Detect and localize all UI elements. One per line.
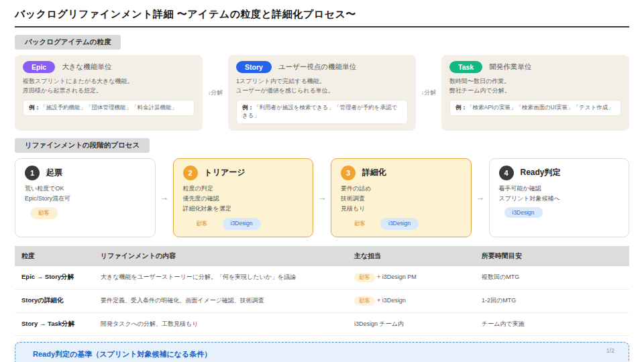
cell-granularity: Storyの詳細化 <box>15 290 94 312</box>
step-badges: 顧客 <box>30 207 146 219</box>
card-header: Task 開発作業単位 <box>449 61 621 73</box>
refinement-table: 粒度 リファインメントの内容 主な担当 所要時間目安 Epic → Story分… <box>15 246 629 336</box>
step-number-circle: 1 <box>25 166 40 180</box>
ready-criteria-box: Ready判定の基準（スプリント対象候補になる条件） ☑受入条件が明確 ☑見積も… <box>15 342 629 362</box>
granularity-card-epic: Epic 大きな機能単位 複数スプリントにまたがる大きな機能。 原田様から起票さ… <box>15 55 203 131</box>
desc-line: 複数スプリントにまたがる大きな機能。 <box>23 77 195 86</box>
example-text: 「施設予約機能」「団体管理機能」「料金計算機能」 <box>40 104 177 111</box>
desc-line: ユーザーが価値を感じられる単位。 <box>236 86 408 96</box>
cell-content: 大きな機能をユーザーストーリーに分解。「何を実現したいか」を議論 <box>94 266 347 288</box>
step-badges: i3Design <box>504 207 620 218</box>
card-header: Story ユーザー視点の機能単位 <box>236 61 408 73</box>
step-header: 2 トリアージ <box>183 166 304 180</box>
card-title: 開発作業単位 <box>489 62 531 72</box>
desc-line: 原田様から起票される想定。 <box>23 86 195 96</box>
step-details: 要件の詰め 技術調査 見積もり <box>341 184 462 215</box>
ready-criteria-title: Ready判定の基準（スプリント対象候補になる条件） <box>33 349 611 359</box>
process-step-1: 1 起票 荒い粒度でOK Epic/Story混在可 顧客 <box>15 158 156 237</box>
step-line: 荒い粒度でOK <box>25 184 146 194</box>
table-row: Storyの詳細化 要件定義、受入条件の明確化、画面イメージ確認、技術調査 顧客… <box>15 290 629 313</box>
card-header: Epic 大きな機能単位 <box>23 61 195 73</box>
example-box: 例：「施設予約機能」「団体管理機能」「料金計算機能」 <box>23 100 195 116</box>
step-line: 技術調査 <box>341 194 462 204</box>
step-badges: 顧客 i3Design <box>346 218 462 230</box>
step-line: 詳細化対象を選定 <box>183 204 304 214</box>
step-details: 粒度の判定 優先度の確認 詳細化対象を選定 <box>183 184 304 215</box>
epic-badge: Epic <box>23 61 55 73</box>
process-step-3: 3 詳細化 要件の詰め 技術調査 見積もり 顧客 i3Design <box>331 158 472 237</box>
cell-content: 要件定義、受入条件の明確化、画面イメージ確認、技術調査 <box>94 290 347 312</box>
page-number: 1/2 <box>606 347 614 354</box>
cell-owner: 顧客+ i3Design PM <box>347 266 475 289</box>
card-title: 大きな機能単位 <box>62 62 111 72</box>
step-details: 荒い粒度でOK Epic/Story混在可 <box>25 184 146 204</box>
customer-badge: 顧客 <box>354 273 375 282</box>
customer-badge: 顧客 <box>189 218 216 230</box>
customer-badge: 顧客 <box>346 218 374 230</box>
step-line: 要件の詰め <box>341 184 462 194</box>
step-title: 詳細化 <box>362 167 386 178</box>
step-line: 優先度の確認 <box>183 194 304 204</box>
page-title: バックログリファインメント詳細 〜アイテムの粒度と詳細化プロセス〜 <box>15 8 629 27</box>
step-title: 起票 <box>46 167 62 178</box>
cell-granularity: Epic → Story分解 <box>15 266 94 288</box>
step-badges: 顧客 i3Design <box>189 218 304 230</box>
step-number-circle: 4 <box>499 166 514 180</box>
step-details: 着手可能か確認 スプリント対象候補へ <box>499 184 620 204</box>
table-row: Epic → Story分解 大きな機能をユーザーストーリーに分解。「何を実現し… <box>15 266 629 290</box>
example-label: 例： <box>455 104 467 111</box>
step-line: 着手可能か確認 <box>499 184 620 194</box>
step-line: 見積もり <box>341 204 462 214</box>
customer-badge: 顧客 <box>354 296 375 306</box>
customer-badge: 顧客 <box>30 207 58 219</box>
table-header-row: 粒度 リファインメントの内容 主な担当 所要時間目安 <box>15 246 629 266</box>
table-row: Story → Task分解 開発タスクへの分解、工数見積もり i3Design… <box>15 313 629 336</box>
granularity-card-task: Task 開発作業単位 数時間〜数日の作業。 弊社チーム内で分解。 例：「検索A… <box>441 55 629 131</box>
column-header-duration: 所要時間目安 <box>475 246 629 266</box>
example-box: 例：「検索APIの実装」「検索画面のUI実装」「テスト作成」 <box>449 100 621 116</box>
cell-duration: 1-2回のMTG <box>475 290 629 312</box>
decompose-arrow: ↓分解 <box>203 55 228 131</box>
step-line: Epic/Story混在可 <box>25 194 146 204</box>
card-description: 数時間〜数日の作業。 弊社チーム内で分解。 <box>449 77 621 96</box>
card-title: ユーザー視点の機能単位 <box>278 62 356 72</box>
step-arrow-icon: → <box>313 158 331 237</box>
cell-granularity: Story → Task分解 <box>15 313 94 335</box>
step-line: 粒度の判定 <box>183 184 304 194</box>
column-header-content: リファインメントの内容 <box>94 246 347 266</box>
desc-line: 1スプリント内で完結する機能。 <box>236 77 408 86</box>
i3design-badge: i3Design <box>223 218 261 230</box>
desc-line: 数時間〜数日の作業。 <box>449 77 621 86</box>
cell-owner: i3Design チーム内 <box>347 313 475 335</box>
slide: バックログリファインメント詳細 〜アイテムの粒度と詳細化プロセス〜 バックログア… <box>0 0 644 362</box>
granularity-card-story: Story ユーザー視点の機能単位 1スプリント内で完結する機能。 ユーザーが価… <box>228 55 416 131</box>
cell-content: 開発タスクへの分解、工数見積もり <box>94 313 347 335</box>
owner-text: i3Design チーム内 <box>354 320 404 327</box>
step-header: 1 起票 <box>25 166 146 180</box>
story-badge: Story <box>236 61 272 73</box>
process-step-2: 2 トリアージ 粒度の判定 優先度の確認 詳細化対象を選定 顧客 i3Desig… <box>173 158 314 237</box>
step-number-circle: 3 <box>341 166 356 180</box>
decompose-arrow: ↓分解 <box>416 55 441 131</box>
example-label: 例： <box>29 104 40 111</box>
example-box: 例：「利用者が施設を検索できる」「管理者が予約を承認できる」 <box>236 100 408 124</box>
card-description: 1スプリント内で完結する機能。 ユーザーが価値を感じられる単位。 <box>236 77 408 96</box>
cell-owner: 顧客+ i3Design <box>347 290 475 312</box>
step-title: トリアージ <box>205 167 246 178</box>
step-arrow-icon: → <box>472 158 489 237</box>
column-header-granularity: 粒度 <box>15 246 94 266</box>
step-number-circle: 2 <box>183 166 198 180</box>
example-text: 「検索APIの実装」「検索画面のUI実装」「テスト作成」 <box>467 104 614 111</box>
step-title: Ready判定 <box>521 167 561 178</box>
cell-duration: 複数回のMTG <box>475 266 629 288</box>
owner-text: + i3Design <box>377 297 406 304</box>
column-header-owner: 主な担当 <box>347 246 475 266</box>
example-label: 例： <box>242 104 254 111</box>
desc-line: 弊社チーム内で分解。 <box>449 86 621 96</box>
task-badge: Task <box>449 61 482 73</box>
owner-text: + i3Design PM <box>377 274 417 280</box>
example-text: 「利用者が施設を検索できる」「管理者が予約を承認できる」 <box>242 104 397 119</box>
step-header: 4 Ready判定 <box>499 166 620 180</box>
granularity-cards-row: Epic 大きな機能単位 複数スプリントにまたがる大きな機能。 原田様から起票さ… <box>15 55 629 131</box>
section-label-granularity: バックログアイテムの粒度 <box>15 35 121 50</box>
